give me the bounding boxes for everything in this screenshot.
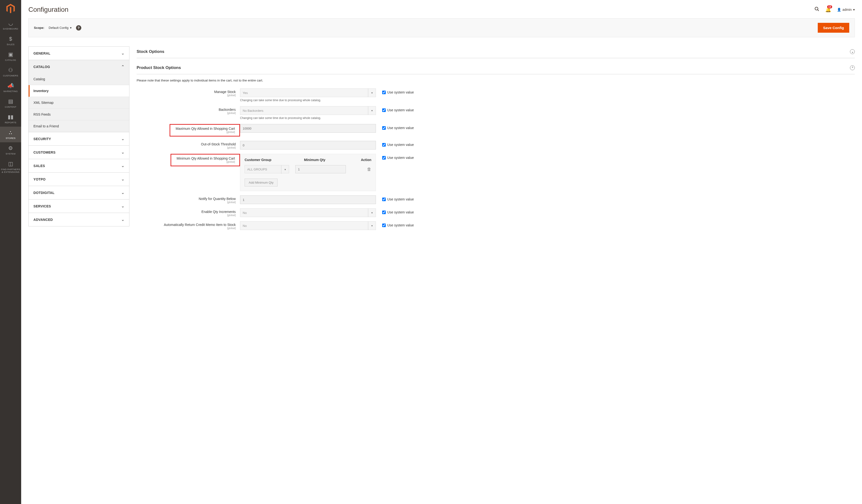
chevron-down-icon: ⌄ [121, 51, 125, 55]
field-scope: [global] [177, 160, 235, 163]
nav-section-catalog[interactable]: CATALOG⌃ [28, 60, 129, 73]
max-qty-input[interactable] [240, 124, 376, 133]
nav-section-services[interactable]: SERVICES⌄ [28, 199, 129, 213]
field-label: Maximum Qty Allowed in Shopping Cart [175, 127, 235, 131]
nav-sub-rss-feeds[interactable]: RSS Feeds [29, 109, 129, 120]
nav-sub-inventory[interactable]: Inventory [29, 85, 129, 97]
backorders-select[interactable]: No Backorders [240, 106, 376, 115]
chevron-down-icon: ⌄ [121, 190, 125, 195]
person-icon: ⚇ [8, 67, 13, 73]
section-stock-options[interactable]: Stock Options ⌄ [136, 47, 855, 58]
toolbar: Scope: Default Config ▾ ? Save Config [28, 18, 855, 37]
admin-user-menu[interactable]: 👤admin▾ [837, 8, 855, 12]
page-header: Configuration 🔔13 👤admin▾ [21, 0, 862, 18]
sidebar-item-content[interactable]: ▤CONTENT [0, 95, 21, 111]
use-system-checkbox[interactable] [382, 156, 386, 160]
use-system-checkbox[interactable] [382, 198, 386, 201]
field-help: Changing can take some time due to proce… [240, 98, 376, 102]
expand-icon: ⌄ [850, 49, 855, 54]
nav-section-general[interactable]: GENERAL⌄ [28, 47, 129, 60]
partners-icon: ◫ [8, 161, 13, 167]
field-oos-threshold: Out-of-Stock Threshold[global] Use syste… [136, 141, 855, 149]
sidebar-item-customers[interactable]: ⚇CUSTOMERS [0, 64, 21, 80]
manage-stock-select[interactable]: Yes [240, 89, 376, 97]
use-system-checkbox[interactable] [382, 126, 386, 130]
store-icon: ⛬ [8, 130, 13, 136]
collapse-icon: ⌃ [850, 65, 855, 70]
min-qty-value-input[interactable] [295, 165, 346, 173]
nav-sub-xml-sitemap[interactable]: XML Sitemap [29, 97, 129, 109]
nav-section-advanced[interactable]: ADVANCED⌄ [28, 213, 129, 226]
save-config-button[interactable]: Save Config [818, 23, 849, 33]
field-backorders: Backorders[global] No Backorders Changin… [136, 106, 855, 120]
column-header-group: Customer Group [245, 158, 304, 162]
scope-label: Scope: [34, 26, 44, 29]
nav-section-security[interactable]: SECURITY⌄ [28, 132, 129, 145]
auto-return-select[interactable]: No [240, 221, 376, 230]
notifications-icon[interactable]: 🔔13 [825, 7, 831, 13]
notification-badge: 13 [827, 5, 832, 9]
scope-selector[interactable]: Default Config ▾ [49, 26, 71, 29]
field-scope: [global] [136, 94, 236, 97]
nav-section-sales[interactable]: SALES⌄ [28, 159, 129, 172]
nav-section-customers[interactable]: CUSTOMERS⌄ [28, 145, 129, 159]
sidebar-item-dashboard[interactable]: ◡DASHBOARD [0, 17, 21, 33]
search-icon[interactable] [814, 6, 820, 13]
field-scope: [global] [136, 227, 236, 229]
nav-sub-catalog[interactable]: Catalog [29, 73, 129, 85]
content-icon: ▤ [8, 98, 13, 105]
field-help: Changing can take some time due to proce… [240, 116, 376, 120]
chevron-down-icon: ▾ [853, 8, 855, 12]
use-system-checkbox[interactable] [382, 224, 386, 227]
oos-threshold-input[interactable] [240, 141, 376, 149]
svg-point-0 [815, 7, 818, 10]
chevron-down-icon: ⌄ [121, 177, 125, 182]
add-min-qty-button[interactable]: Add Minimum Qty [245, 178, 277, 186]
svg-line-1 [818, 10, 819, 11]
config-body: Stock Options ⌄ Product Stock Options ⌃ … [136, 47, 855, 234]
field-scope: [global] [175, 131, 235, 133]
field-label: Backorders [136, 108, 236, 111]
trash-icon[interactable]: 🗑 [367, 167, 371, 172]
sidebar-item-system[interactable]: ⚙SYSTEM [0, 142, 21, 158]
use-system-checkbox[interactable] [382, 143, 386, 147]
field-scope: [global] [136, 214, 236, 216]
chart-icon: ▮▮ [8, 114, 13, 120]
magento-logo[interactable] [0, 0, 21, 17]
field-auto-return: Automatically Return Credit Memo Item to… [136, 221, 855, 230]
field-scope: [global] [136, 111, 236, 115]
box-icon: ▣ [8, 51, 13, 58]
field-enable-increments: Enable Qty Increments[global] No Use sys… [136, 208, 855, 217]
sidebar-item-catalog[interactable]: ▣CATALOG [0, 49, 21, 64]
nav-section-yotpo[interactable]: YOTPO⌄ [28, 172, 129, 186]
nav-section-dotdigital[interactable]: DOTDIGITAL⌄ [28, 186, 129, 199]
sidebar-item-partners[interactable]: ◫FIND PARTNERS & EXTENSIONS [0, 158, 21, 176]
page-title: Configuration [28, 6, 68, 13]
nav-sub-email-friend[interactable]: Email to a Friend [29, 120, 129, 132]
use-system-checkbox[interactable] [382, 91, 386, 94]
field-label: Notify for Quantity Below [136, 197, 236, 201]
dollar-icon: $ [9, 36, 12, 42]
field-label: Manage Stock [136, 90, 236, 94]
gear-icon: ⚙ [8, 145, 13, 151]
sidebar-item-marketing[interactable]: 📣MARKETING [0, 80, 21, 95]
notify-below-input[interactable] [240, 195, 376, 204]
column-header-action: Action [354, 158, 371, 162]
chevron-up-icon: ⌃ [121, 64, 125, 69]
sidebar-item-reports[interactable]: ▮▮REPORTS [0, 111, 21, 127]
section-product-stock-options[interactable]: Product Stock Options ⌃ [136, 63, 855, 74]
help-icon[interactable]: ? [76, 25, 81, 30]
customer-group-select[interactable]: ALL GROUPS [245, 165, 289, 173]
use-system-checkbox[interactable] [382, 211, 386, 214]
field-label: Minimum Qty Allowed in Shopping Cart [177, 157, 235, 160]
field-label: Enable Qty Increments [136, 210, 236, 214]
chevron-down-icon: ⌄ [121, 150, 125, 155]
highlight-box: Maximum Qty Allowed in Shopping Cart[glo… [170, 124, 240, 136]
use-system-checkbox[interactable] [382, 108, 386, 112]
admin-sidebar: ◡DASHBOARD $SALES ▣CATALOG ⚇CUSTOMERS 📣M… [0, 0, 21, 234]
enable-increments-select[interactable]: No [240, 208, 376, 217]
chevron-down-icon: ⌄ [121, 217, 125, 222]
sidebar-item-stores[interactable]: ⛬STORES [0, 127, 21, 142]
user-icon: 👤 [837, 8, 841, 12]
sidebar-item-sales[interactable]: $SALES [0, 33, 21, 49]
